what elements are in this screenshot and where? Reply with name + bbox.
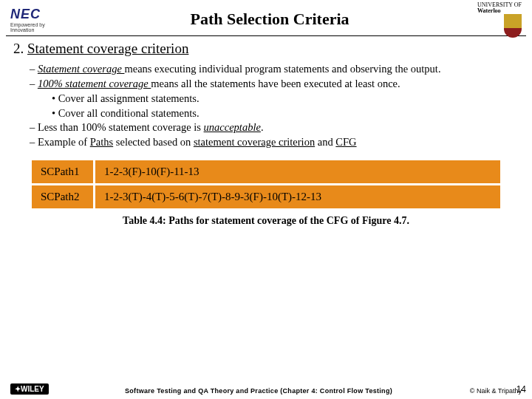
wiley-logo: ✦WILEY: [10, 383, 77, 395]
path-value: 1-2-3(T)-4(T)-5-6(T)-7(T)-8-9-3(F)-10(T)…: [95, 185, 502, 210]
wiley-badge: ✦WILEY: [10, 383, 49, 395]
section-number: 2.: [13, 41, 24, 56]
path-value: 1-2-3(F)-10(F)-11-13: [95, 160, 502, 185]
bullet-item: 100% statement coverage means all the st…: [30, 77, 519, 91]
page-number: 14: [516, 384, 526, 395]
bullet-list: Statement coverage means executing indiv…: [0, 62, 532, 149]
header-rule: [6, 35, 526, 36]
table-row: SCPath1 1-2-3(F)-10(F)-11-13: [31, 160, 502, 185]
bullet-item: Less than 100% statement coverage is una…: [30, 120, 519, 134]
paths-table: SCPath1 1-2-3(F)-10(F)-11-13 SCPath2 1-2…: [30, 158, 502, 211]
path-label: SCPath1: [31, 160, 95, 185]
table-row: SCPath2 1-2-3(T)-4(T)-5-6(T)-7(T)-8-9-3(…: [31, 185, 502, 210]
slide-title: Path Selection Criteria: [69, 10, 470, 29]
nec-logo: NEC Empowered by Innovation: [10, 7, 69, 33]
slide-header: NEC Empowered by Innovation Path Selecti…: [0, 0, 532, 34]
bullet-item: Example of Paths selected based on state…: [30, 135, 519, 149]
section-title: Statement coverage criterion: [27, 41, 188, 56]
path-label: SCPath2: [31, 185, 95, 210]
slide-footer: ✦WILEY Software Testing and QA Theory an…: [0, 383, 532, 395]
nec-tagline: Empowered by Innovation: [10, 22, 69, 33]
sub-bullet-item: Cover all conditional statements.: [30, 106, 519, 120]
footer-copyright: © Naik & Tripathy: [440, 387, 522, 395]
sub-bullet-item: Cover all assignment statements.: [30, 92, 519, 106]
crest-icon: [504, 14, 522, 38]
waterloo-logo: UNIVERSITY OF Waterloo: [470, 1, 522, 38]
footer-center-text: Software Testing and QA Theory and Pract…: [77, 387, 440, 395]
table-caption: Table 4.4: Paths for statement coverage …: [0, 215, 532, 227]
section-heading: 2. Statement coverage criterion: [0, 41, 532, 61]
waterloo-text: UNIVERSITY OF Waterloo: [477, 2, 522, 14]
bullet-item: Statement coverage means executing indiv…: [30, 62, 519, 76]
nec-logo-text: NEC: [10, 7, 69, 22]
